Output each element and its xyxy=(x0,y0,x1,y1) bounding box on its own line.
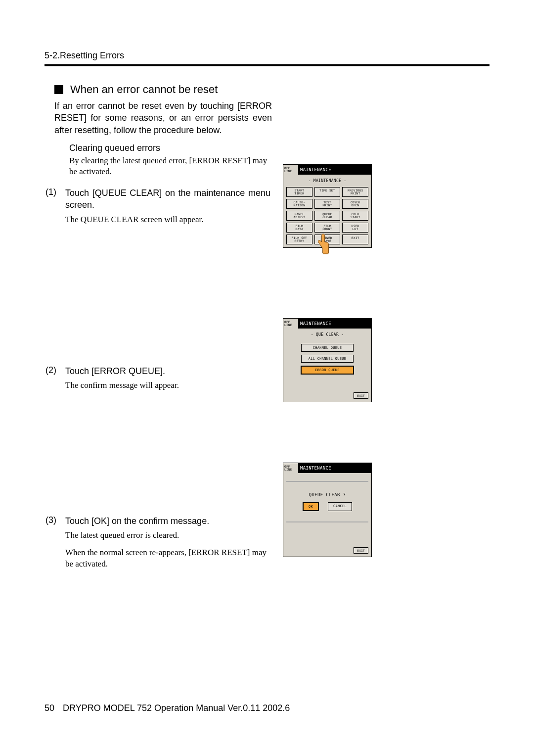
btn-exit[interactable]: EXIT xyxy=(354,392,368,399)
status-indicator: OFF LINE xyxy=(283,319,298,329)
status-line-2: LINE xyxy=(284,324,298,327)
status-line-2: LINE xyxy=(284,468,298,471)
page-number: 50 xyxy=(44,703,54,713)
step-2-note: The confirm message will appear. xyxy=(65,380,270,391)
confirm-question: QUEUE CLEAR ? xyxy=(309,492,346,497)
step-2-text: Touch [ERROR QUEUE]. xyxy=(65,365,270,377)
btn-calibration[interactable]: CALIB-RATION xyxy=(286,199,312,209)
sub-heading: Clearing queued errors xyxy=(69,143,480,153)
screenshot-maintenance-menu: OFF LINE MAINTENANCE - MAINTENANCE - STA… xyxy=(283,164,372,248)
queue-clear-list: CHANNEL QUEUE ALL CHANNEL QUEUE ERROR QU… xyxy=(283,341,371,378)
btn-test-print[interactable]: TESTPRINT xyxy=(314,199,341,209)
screen-header: OFF LINE MAINTENANCE xyxy=(283,165,371,175)
btn-cold-start[interactable]: COLDSTART xyxy=(342,211,368,221)
manual-page: 5-2.Resetting Errors When an error canno… xyxy=(0,0,534,756)
screen-title: MAINTENANCE xyxy=(298,165,371,175)
step-3-text: Touch [OK] on the confirm message. xyxy=(65,515,270,527)
btn-film-count[interactable]: FILMCOUNT xyxy=(314,223,341,233)
step-3-note-b: When the normal screen re-appears, [ERRO… xyxy=(65,547,270,570)
heading-text: When an error cannot be reset xyxy=(70,83,218,96)
btn-exit[interactable]: EXIT xyxy=(354,547,368,554)
screen-subtitle: - QUE CLEAR - xyxy=(283,332,371,337)
btn-cover-open[interactable]: COVEROPEN xyxy=(342,199,368,209)
btn-all-channel-queue[interactable]: ALL CHANNEL QUEUE xyxy=(301,355,354,363)
step-3: (3) Touch [OK] on the confirm message. xyxy=(54,515,480,527)
step-3-number: (3) xyxy=(45,515,62,527)
btn-previous-print[interactable]: PREVIOUSPRINT xyxy=(342,187,368,197)
confirm-area: QUEUE CLEAR ? OK CANCEL xyxy=(283,473,371,528)
header-rule xyxy=(44,64,490,66)
intro-paragraph: If an error cannot be reset even by touc… xyxy=(54,100,272,136)
screen-title: MAINTENANCE xyxy=(298,463,371,473)
btn-film-data[interactable]: FILMDATA xyxy=(286,223,312,233)
screen-subtitle: - MAINTENANCE - xyxy=(283,179,371,183)
screenshot-confirm: OFF LINE MAINTENANCE QUEUE CLEAR ? OK CA… xyxy=(283,463,372,557)
running-header: 5-2.Resetting Errors xyxy=(44,50,124,61)
status-indicator: OFF LINE xyxy=(283,165,298,175)
screenshot-queue-clear: OFF LINE MAINTENANCE - QUE CLEAR - CHANN… xyxy=(283,318,372,402)
btn-panel-adjust[interactable]: PANELADJUST xyxy=(286,211,312,221)
btn-exit[interactable]: EXIT xyxy=(342,235,368,244)
step-2-number: (2) xyxy=(45,365,62,377)
step-1-text: Touch [QUEUE CLEAR] on the maintenance m… xyxy=(65,187,270,211)
btn-start-timer[interactable]: STARTTIMER xyxy=(286,187,312,197)
btn-cancel[interactable]: CANCEL xyxy=(328,502,352,511)
status-indicator: OFF LINE xyxy=(283,463,298,473)
screen-title: MAINTENANCE xyxy=(298,319,371,329)
heading: When an error cannot be reset xyxy=(54,83,480,96)
btn-user-lut[interactable]: USERLUT xyxy=(342,223,368,233)
page-footer: 50 DRYPRO MODEL 752 Operation Manual Ver… xyxy=(44,703,290,713)
confirm-box: QUEUE CLEAR ? OK CANCEL xyxy=(286,481,368,522)
btn-channel-queue[interactable]: CHANNEL QUEUE xyxy=(301,344,354,352)
step-1-note: The QUEUE CLEAR screen will appear. xyxy=(65,214,270,226)
content-column: When an error cannot be reset If an erro… xyxy=(54,83,480,570)
step-1-number: (1) xyxy=(45,187,62,211)
heading-bullet-square xyxy=(54,85,63,94)
screen-body: QUEUE CLEAR ? OK CANCEL EXIT xyxy=(283,473,371,557)
step-3-note-a: The latest queued error is cleared. xyxy=(65,530,270,541)
btn-error-queue[interactable]: ERROR QUEUE xyxy=(301,366,354,375)
btn-time-set[interactable]: TIME SET xyxy=(314,187,341,197)
confirm-buttons: OK CANCEL xyxy=(303,502,352,511)
screen-body: - QUE CLEAR - CHANNEL QUEUE ALL CHANNEL … xyxy=(283,332,371,402)
screen-header: OFF LINE MAINTENANCE xyxy=(283,319,371,329)
screen-header: OFF LINE MAINTENANCE xyxy=(283,463,371,473)
step-2: (2) Touch [ERROR QUEUE]. xyxy=(54,365,480,377)
maintenance-buttons-grid: STARTTIMER TIME SET PREVIOUSPRINT CALIB-… xyxy=(283,187,371,247)
footer-title: DRYPRO MODEL 752 Operation Manual Ver.0.… xyxy=(63,703,290,713)
btn-film-set-retry[interactable]: FILM SETRETRY xyxy=(286,235,312,244)
screen-body: - MAINTENANCE - STARTTIMER TIME SET PREV… xyxy=(283,179,371,247)
exit-row: EXIT xyxy=(283,545,371,557)
exit-row: EXIT xyxy=(283,390,371,402)
status-line-2: LINE xyxy=(284,170,298,173)
sub-body: By clearing the latest queued error, [ER… xyxy=(69,155,272,177)
btn-ok[interactable]: OK xyxy=(303,502,319,511)
btn-power-save[interactable]: POWERSAVE xyxy=(314,235,341,244)
btn-queue-clear[interactable]: QUEUECLEAR xyxy=(314,211,341,221)
step-1: (1) Touch [QUEUE CLEAR] on the maintenan… xyxy=(54,187,480,211)
